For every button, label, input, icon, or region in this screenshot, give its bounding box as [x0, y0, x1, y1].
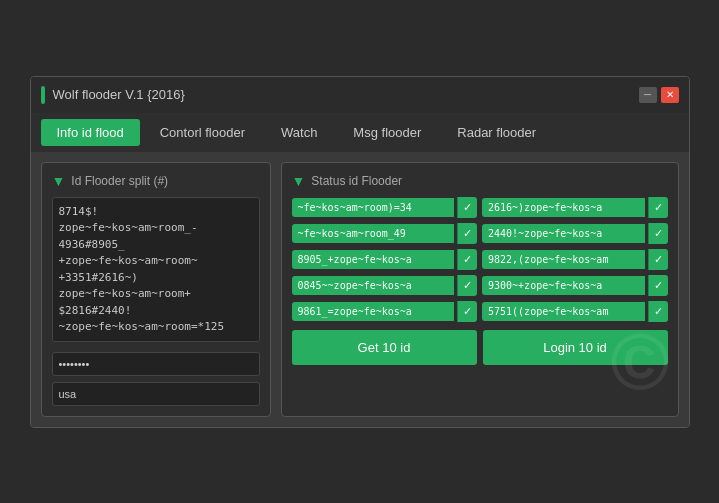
status-item: ~fe~kos~am~room_49 ✓: [292, 223, 478, 244]
status-item-text: 9300~+zope~fe~kos~a: [482, 276, 645, 295]
status-check-icon: ✓: [648, 197, 668, 218]
login-10-id-button[interactable]: Login 10 id: [483, 330, 668, 365]
status-item-text: ~fe~kos~am~room)=34: [292, 198, 455, 217]
content-area: ▼ Id Flooder split (#) ▼ Status id Flood…: [31, 152, 689, 427]
status-item-text: 8905_+zope~fe~kos~a: [292, 250, 455, 269]
status-item: ~fe~kos~am~room)=34 ✓: [292, 197, 478, 218]
country-input[interactable]: [52, 382, 260, 406]
status-item-text: 9822,(zope~fe~kos~am: [482, 250, 645, 269]
right-panel: ▼ Status id Flooder ~fe~kos~am~room)=34 …: [281, 162, 679, 417]
status-item: 8905_+zope~fe~kos~a ✓: [292, 249, 478, 270]
right-panel-title: ▼ Status id Flooder: [292, 173, 668, 189]
tab-info-id-flood[interactable]: Info id flood: [41, 119, 140, 146]
status-check-icon: ✓: [648, 249, 668, 270]
get-10-id-button[interactable]: Get 10 id: [292, 330, 477, 365]
status-check-icon: ✓: [648, 301, 668, 322]
status-check-icon: ✓: [457, 275, 477, 296]
accent-bar: [41, 86, 45, 104]
status-item-text: ~fe~kos~am~room_49: [292, 224, 455, 243]
main-window: Wolf flooder V.1 {2016} ─ ✕ Info id floo…: [30, 76, 690, 428]
tab-radar-flooder[interactable]: Radar flooder: [441, 119, 552, 146]
status-item: 2616~)zope~fe~kos~a ✓: [482, 197, 668, 218]
title-bar: Wolf flooder V.1 {2016} ─ ✕: [31, 77, 689, 113]
status-item-text: 5751((zope~fe~kos~am: [482, 302, 645, 321]
action-buttons: Get 10 id Login 10 id: [292, 330, 668, 365]
tab-control-flooder[interactable]: Contorl flooder: [144, 119, 261, 146]
window-controls: ─ ✕: [639, 87, 679, 103]
status-item: 2440!~zope~fe~kos~a ✓: [482, 223, 668, 244]
password-input[interactable]: [52, 352, 260, 376]
status-item: 9822,(zope~fe~kos~am ✓: [482, 249, 668, 270]
status-item: 9300~+zope~fe~kos~a ✓: [482, 275, 668, 296]
status-check-icon: ✓: [457, 223, 477, 244]
minimize-button[interactable]: ─: [639, 87, 657, 103]
status-item-text: 2440!~zope~fe~kos~a: [482, 224, 645, 243]
status-item-text: 0845~~zope~fe~kos~a: [292, 276, 455, 295]
id-flooder-textarea[interactable]: [52, 197, 260, 342]
left-panel-arrow: ▼: [52, 173, 66, 189]
status-check-icon: ✓: [648, 223, 668, 244]
window-title: Wolf flooder V.1 {2016}: [53, 87, 639, 102]
tab-watch[interactable]: Watch: [265, 119, 333, 146]
status-grid: ~fe~kos~am~room)=34 ✓ 2616~)zope~fe~kos~…: [292, 197, 668, 322]
left-panel-title: ▼ Id Flooder split (#): [52, 173, 260, 189]
status-item-text: 9861_=zope~fe~kos~a: [292, 302, 455, 321]
tab-msg-flooder[interactable]: Msg flooder: [337, 119, 437, 146]
left-panel: ▼ Id Flooder split (#): [41, 162, 271, 417]
status-check-icon: ✓: [648, 275, 668, 296]
status-check-icon: ✓: [457, 249, 477, 270]
status-item-text: 2616~)zope~fe~kos~a: [482, 198, 645, 217]
status-check-icon: ✓: [457, 197, 477, 218]
right-panel-arrow: ▼: [292, 173, 306, 189]
status-item: 5751((zope~fe~kos~am ✓: [482, 301, 668, 322]
status-item: 9861_=zope~fe~kos~a ✓: [292, 301, 478, 322]
status-item: 0845~~zope~fe~kos~a ✓: [292, 275, 478, 296]
status-check-icon: ✓: [457, 301, 477, 322]
close-button[interactable]: ✕: [661, 87, 679, 103]
tab-bar: Info id flood Contorl flooder Watch Msg …: [31, 113, 689, 152]
